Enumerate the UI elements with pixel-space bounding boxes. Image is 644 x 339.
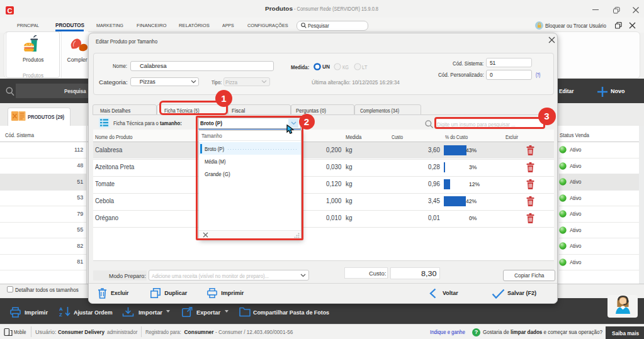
svg-text:C: C	[8, 7, 13, 14]
svg-text:A: A	[59, 306, 63, 312]
svg-text:Z: Z	[59, 312, 62, 317]
